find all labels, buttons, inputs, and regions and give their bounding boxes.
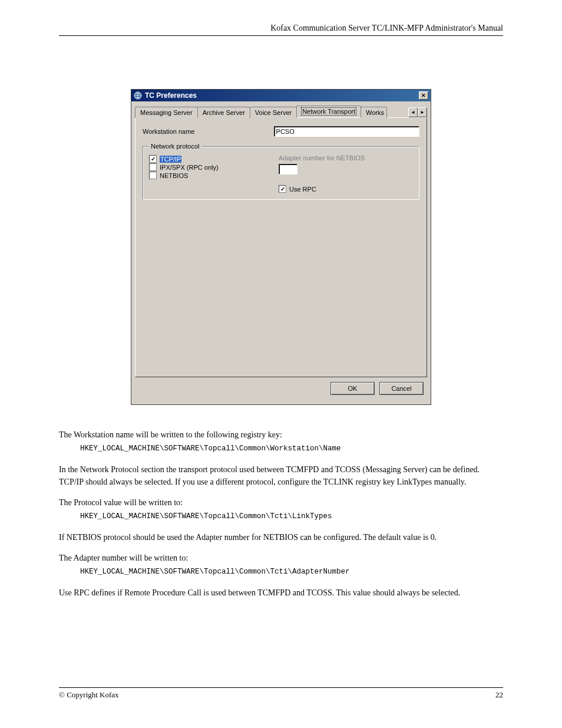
- check-icon: [149, 163, 157, 171]
- tab-panel: Workstation name Network protocol TCP/IP: [135, 118, 427, 377]
- workstation-name-input[interactable]: [274, 126, 419, 137]
- adapter-number-label: Adapter number for NETBIOS: [279, 154, 413, 162]
- check-icon: [279, 185, 286, 193]
- paragraph: The Workstation name will be written to …: [59, 429, 503, 441]
- workstation-name-label: Workstation name: [143, 128, 274, 135]
- tab-network-transport[interactable]: Network Transport: [296, 106, 361, 117]
- footer-page-number: 22: [495, 690, 503, 700]
- cancel-button[interactable]: Cancel: [379, 382, 424, 395]
- paragraph: In the Network Protocol section the tran…: [59, 463, 503, 488]
- paragraph: Use RPC defines if Remote Procedure Call…: [59, 587, 503, 599]
- ok-button[interactable]: OK: [330, 382, 375, 395]
- use-rpc-label: Use RPC: [289, 186, 316, 193]
- tab-scroll-left[interactable]: ◄: [408, 107, 418, 117]
- netbios-label: NETBIOS: [160, 172, 188, 179]
- tab-messaging-server[interactable]: Messaging Server: [135, 107, 198, 118]
- checkbox-ipxspx[interactable]: IPX/SPX (RPC only): [149, 163, 267, 171]
- footer-left: © Copyright Kofax: [59, 690, 119, 700]
- dialog-title: TC Preferences: [145, 91, 197, 100]
- paragraph: The Adapter number will be written to:: [59, 552, 503, 564]
- tab-workstation-partial[interactable]: Works: [361, 107, 387, 118]
- checkbox-netbios[interactable]: NETBIOS: [149, 172, 267, 179]
- checkbox-tcpip[interactable]: TCP/IP: [149, 155, 267, 163]
- registry-path: HKEY_LOCAL_MACHINE\SOFTWARE\Topcall\Comm…: [80, 512, 503, 521]
- checkbox-use-rpc[interactable]: Use RPC: [279, 185, 413, 193]
- page-header: Kofax Communication Server TC/LINK-MFP A…: [59, 24, 503, 36]
- tab-scroll-right[interactable]: ►: [418, 107, 427, 117]
- tcpip-label: TCP/IP: [160, 156, 181, 163]
- paragraph: The Protocol value will be written to:: [59, 496, 503, 509]
- registry-path: HKEY_LOCAL_MACHINE\SOFTWARE\Topcall\Comm…: [80, 568, 503, 576]
- adapter-number-input: [279, 164, 297, 174]
- group-legend: Network protocol: [149, 143, 201, 150]
- network-protocol-group: Network protocol TCP/IP IPX/SPX (RPC onl…: [143, 143, 419, 200]
- tab-archive-server[interactable]: Archive Server: [197, 107, 250, 118]
- titlebar: TC Preferences ✕: [131, 90, 431, 101]
- tab-strip: Messaging Server Archive Server Voice Se…: [135, 105, 427, 118]
- close-button[interactable]: ✕: [419, 91, 428, 100]
- paragraph: If NETBIOS protocol should be used the A…: [59, 531, 503, 543]
- page-footer: © Copyright Kofax 22: [59, 687, 503, 700]
- check-icon: [149, 172, 157, 179]
- ipxspx-label: IPX/SPX (RPC only): [160, 164, 219, 171]
- tab-voice-server[interactable]: Voice Server: [250, 107, 297, 118]
- registry-path: HKEY_LOCAL_MACHINE\SOFTWARE\Topcall\Comm…: [80, 444, 503, 453]
- preferences-dialog: TC Preferences ✕ Messaging Server Archiv…: [131, 89, 431, 405]
- check-icon: [149, 155, 157, 163]
- app-icon: [134, 91, 142, 100]
